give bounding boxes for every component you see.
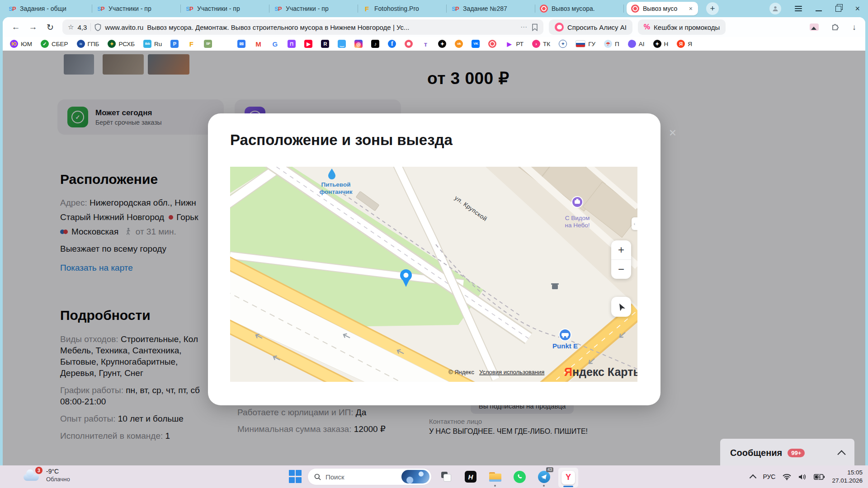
bookmark-item[interactable]: ✦ РСХБ [108,40,135,48]
bookmark-item[interactable]: Р [170,40,179,48]
app-whatsapp[interactable] [509,465,529,488]
bookmark-item[interactable]: ✉ [237,40,245,48]
zoom-out-button[interactable]: − [611,259,631,279]
ask-alice-button[interactable]: Спросить Алису AI [549,19,632,35]
map-panel-handle[interactable]: ‹ [632,217,637,230]
bookmark-icon[interactable] [532,23,538,31]
taskbar-search[interactable]: Поиск [307,468,432,485]
bookmark-item[interactable]: SF [204,40,212,48]
search-icon [314,474,321,480]
bookmark-favicon-icon [628,40,636,48]
bookmark-item[interactable]: AI [628,40,645,48]
bookmark-item[interactable]: ✦ [559,40,567,48]
chevron-up-icon[interactable] [837,450,845,458]
browser-tab[interactable]: SP Участники - пр [92,0,181,17]
tab-close-icon[interactable]: × [688,5,693,12]
task-view-button[interactable] [436,465,456,488]
bookmark-item[interactable]: ok [455,40,463,48]
browser-tab[interactable]: SP Участники - пр [269,0,358,17]
zoom-in-button[interactable]: + [611,240,631,259]
tray-expand-icon[interactable] [750,474,757,481]
bookmark-item[interactable]: SP [221,40,229,48]
dumpster-icon [551,283,559,289]
bookmark-item[interactable]: ▶ РТ [505,40,524,48]
bookmark-favicon-icon: SF [204,40,212,48]
bookmark-item[interactable]: ‿ [338,40,346,48]
browser-tab[interactable]: Вывоз мусора. [535,0,624,17]
toolbar-right-icons: ↓ [810,23,856,32]
yandex-map[interactable]: Питьевой фонтанчик ул. Крупской С Видом … [230,167,637,382]
browser-tab[interactable]: SP Задание №287 [447,0,535,17]
wallpaper-icon[interactable] [810,23,819,31]
browser-tab[interactable]: SP Задания - общи [4,0,92,17]
bookmark-item[interactable]: ГУ [576,40,595,47]
new-tab-button[interactable]: + [706,2,719,15]
bookmark-favicon-icon: ✉ [237,40,245,48]
bookmark-item[interactable] [405,40,413,48]
bookmark-item[interactable] [488,40,496,48]
reload-button[interactable]: ↻ [42,22,58,33]
bookmark-item[interactable]: Я Я [677,40,692,48]
bookmark-item[interactable]: ▶ [304,40,312,48]
bookmark-item[interactable]: G [271,40,279,48]
rating-star-icon[interactable]: ☆ [68,23,74,31]
cashback-label: Кешбэк и промокоды [654,23,720,31]
bookmark-item[interactable]: ♪ [371,40,379,48]
address-more-icon[interactable]: ⋯ [520,23,528,31]
profile-avatar[interactable] [769,3,781,14]
bookmark-item[interactable]: Ю ЮМ [10,40,32,48]
address-bar[interactable]: ☆ 4,3 www.avito.ru Вывоз мусора. Демонта… [62,19,543,35]
search-highlight-image[interactable] [401,470,429,483]
back-button[interactable]: ← [8,22,24,32]
bookmarks-bar: Ю ЮМ ✓ СБЕР ≈ ГПБ ✦ РСХБ [3,37,865,52]
cashback-button[interactable]: % Кешбэк и промокоды [638,19,726,35]
downloads-icon[interactable]: ↓ [852,23,856,32]
bookmark-item[interactable]: т [421,40,429,48]
battery-icon[interactable] [814,474,825,480]
bookmark-item[interactable]: ≈ ГПБ [77,40,99,48]
browser-menu-icon[interactable] [795,6,802,11]
modal-close-icon[interactable]: × [665,126,680,140]
extensions-puzzle-icon[interactable] [831,23,840,31]
page-url[interactable]: www.avito.ru [105,23,143,31]
app-hamster[interactable]: H [461,465,481,488]
app-telegram[interactable]: 43 [534,465,554,488]
bookmark-item[interactable]: F [187,40,195,48]
browser-tab[interactable]: Вывоз мусо × [627,2,698,15]
taskbar-weather-widget[interactable]: 3 -9°C Облачно [23,468,70,483]
forward-button[interactable]: → [25,22,41,32]
bookmark-item[interactable]: M [254,40,262,48]
bookmark-item[interactable]: › ТК [532,40,550,48]
hamster-icon: H [465,471,476,483]
bookmark-favicon-icon [576,40,585,47]
bookmark-item[interactable]: R [321,40,329,48]
keyboard-language[interactable]: РУС [763,473,775,480]
time: 15:05 [832,469,863,477]
bookmark-item[interactable]: f [388,40,396,48]
task-view-icon [441,472,451,482]
window-minimize-button[interactable] [816,10,822,11]
volume-icon[interactable] [798,474,807,480]
bookmark-item[interactable]: ⊓ [288,40,296,48]
bookmark-item[interactable]: ◎ [354,40,363,48]
start-button[interactable] [288,469,303,484]
window-close-button[interactable]: × [855,5,860,13]
browser-tab[interactable]: SP Участники - пр [181,0,269,17]
bookmark-item[interactable]: ibb Ru [143,40,162,48]
bookmark-item[interactable]: ✓ СБЕР [41,40,68,48]
bookmark-item[interactable]: ✦ Н [653,40,669,48]
messages-widget[interactable]: Сообщения 99+ [720,439,854,465]
taskbar-clock[interactable]: 15:05 27.01.2026 [832,469,863,485]
bookmark-item[interactable]: ✦ [438,40,446,48]
app-yandex-browser[interactable]: Y [558,468,578,488]
tab-favicon-icon: F [363,5,371,13]
bookmark-item[interactable]: VK [472,40,480,48]
bookmark-favicon-icon: R [321,40,329,48]
window-restore-button[interactable] [835,6,841,12]
bookmark-item[interactable]: ☂ П [604,40,619,48]
browser-tab[interactable]: F Fotohosting.Pro [358,0,447,17]
geolocation-button[interactable] [611,297,631,317]
site-security-shield-icon[interactable] [94,23,101,31]
app-file-explorer[interactable] [485,465,505,488]
wifi-icon[interactable] [783,474,791,480]
